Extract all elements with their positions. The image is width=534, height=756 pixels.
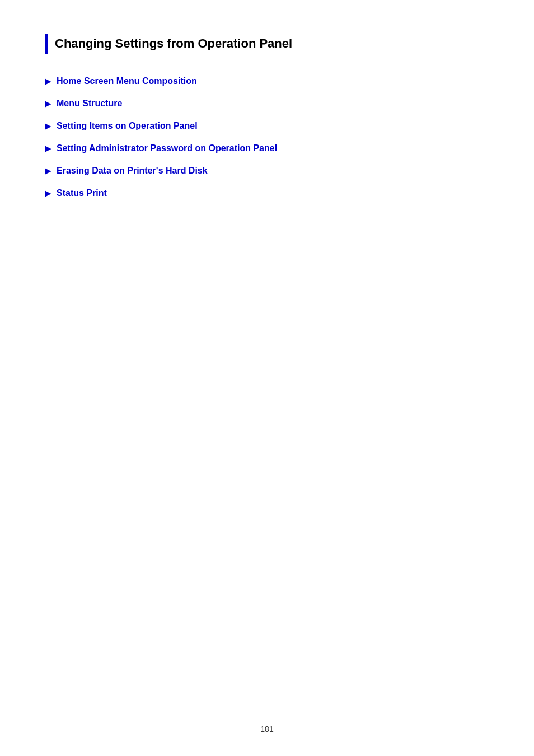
page-number: 181 — [260, 725, 273, 734]
list-item: ▶Status Print — [45, 188, 489, 198]
list-item: ▶Erasing Data on Printer's Hard Disk — [45, 166, 489, 176]
nav-link-menu-structure[interactable]: Menu Structure — [57, 99, 122, 109]
blue-accent-bar — [45, 34, 48, 54]
nav-link-setting-items[interactable]: Setting Items on Operation Panel — [57, 121, 198, 131]
arrow-icon: ▶ — [45, 144, 51, 153]
page-container: Changing Settings from Operation Panel ▶… — [0, 0, 534, 756]
arrow-icon: ▶ — [45, 77, 51, 86]
nav-link-erasing-data[interactable]: Erasing Data on Printer's Hard Disk — [57, 166, 208, 176]
nav-link-status-print[interactable]: Status Print — [57, 188, 107, 198]
arrow-icon: ▶ — [45, 189, 51, 198]
nav-link-setting-admin-password[interactable]: Setting Administrator Password on Operat… — [57, 143, 277, 153]
page-title: Changing Settings from Operation Panel — [55, 34, 292, 54]
list-item: ▶Home Screen Menu Composition — [45, 76, 489, 86]
list-item: ▶Setting Administrator Password on Opera… — [45, 143, 489, 153]
arrow-icon: ▶ — [45, 122, 51, 130]
nav-list: ▶Home Screen Menu Composition▶Menu Struc… — [45, 76, 489, 198]
list-item: ▶Menu Structure — [45, 99, 489, 109]
arrow-icon: ▶ — [45, 166, 51, 175]
nav-link-home-screen-menu[interactable]: Home Screen Menu Composition — [57, 76, 197, 86]
section-header: Changing Settings from Operation Panel — [45, 34, 489, 60]
list-item: ▶Setting Items on Operation Panel — [45, 121, 489, 131]
arrow-icon: ▶ — [45, 99, 51, 108]
